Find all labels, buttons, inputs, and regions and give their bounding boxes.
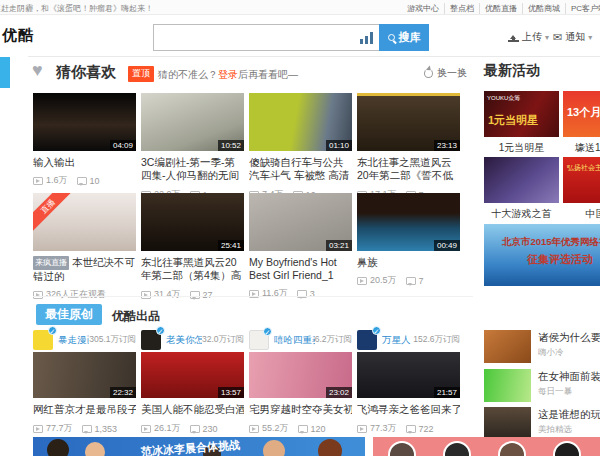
video-thumbnail[interactable]: 25:41: [141, 193, 244, 251]
video-title[interactable]: 东北往事黑道风云20年第二部（第4集）高清_高清: [141, 256, 244, 283]
banner-art-text: 1元当明星: [488, 113, 538, 128]
tab-best-original[interactable]: 最佳原创: [36, 304, 102, 325]
top-link-mall[interactable]: 优酷商城: [523, 3, 566, 14]
subscriber-count: 152.6万订阅: [413, 334, 460, 346]
channel-name[interactable]: 老美你怎...: [166, 334, 202, 347]
video-thumbnail[interactable]: 23:13: [357, 93, 460, 151]
play-count-icon: [249, 425, 259, 433]
channel-name[interactable]: 嘻哈四重奏: [274, 334, 315, 347]
promo-text[interactable]: 笑赶走阴霾，和《滚蛋吧！肿瘤君》嗨起来！: [0, 3, 153, 14]
comment-count: 10: [90, 176, 100, 186]
video-title[interactable]: 3C编剧社-第一季-第四集-人仰马翻的无间道事件: [141, 156, 244, 183]
channel-card: 万星人 152.6万订阅 21:57 飞鸿寻亲之爸爸回来了 77.3万 722: [357, 330, 460, 435]
heart-icon: ♥: [32, 60, 43, 81]
video-title[interactable]: 输入输出: [33, 156, 136, 169]
refresh-icon: [424, 69, 433, 78]
video-title[interactable]: 诸侯为什么要争霸: [538, 331, 600, 345]
beijing-2015-banner[interactable]: 北京市2015年优秀网络视听 征集评选活动: [484, 224, 600, 286]
top-link-pc-client[interactable]: PC客户端: [566, 3, 600, 14]
channel-name[interactable]: 暴走漫画: [58, 334, 89, 347]
subscriber-count: 305.1万订阅: [89, 334, 136, 346]
video-title[interactable]: 在女神面前装X的下场: [538, 370, 600, 384]
video-meta: 326人正在观看: [33, 288, 136, 301]
top-link-live[interactable]: 优酷直播: [480, 3, 523, 14]
video-title[interactable]: 飞鸿寻亲之爸爸回来了: [357, 403, 460, 417]
video-thumbnail[interactable]: 01:10: [249, 93, 352, 151]
video-card: 10:52 3C编剧社-第一季-第四集-人仰马翻的无间道事件 22.0万 1: [141, 93, 244, 201]
comment-count: 27: [203, 290, 213, 300]
refresh-button[interactable]: 换一换: [424, 66, 467, 80]
banner-text: 范冰冰李晨合体挑战: [141, 438, 241, 456]
left-nav-fragment[interactable]: [0, 57, 10, 88]
comment-icon: [77, 177, 87, 185]
video-thumbnail[interactable]: 21:57: [357, 352, 460, 398]
banner-caption[interactable]: 壕送13个月: [563, 141, 600, 155]
comment-count: 3: [310, 289, 315, 299]
activity-banner[interactable]: YOUKU众筹 1元当明星: [484, 91, 559, 137]
promo-banner-pink[interactable]: [373, 437, 600, 456]
video-thumbnail[interactable]: [484, 369, 531, 402]
comment-count: 722: [419, 424, 434, 434]
video-title[interactable]: 宅男穿越时空夺美女初吻: [249, 403, 352, 417]
duration-badge: 00:49: [434, 240, 460, 251]
video-title[interactable]: 这是谁想的玩法: [538, 408, 600, 422]
youku-logo[interactable]: 优酷: [2, 26, 34, 45]
video-thumbnail[interactable]: [484, 407, 531, 440]
video-thumbnail[interactable]: 04:09: [33, 93, 136, 151]
channel-avatar[interactable]: [249, 330, 269, 350]
youku-crowdfund-logo: YOUKU众筹: [487, 94, 520, 103]
channel-name[interactable]: 万星人: [382, 334, 411, 347]
video-thumbnail[interactable]: 10:52: [141, 93, 244, 151]
video-title[interactable]: 东北往事之黑道风云20年第二部《誓不低头》第一季第一集: [357, 156, 460, 183]
avatar: [498, 441, 526, 456]
video-thumbnail[interactable]: 00:49: [357, 193, 460, 251]
channel-avatar[interactable]: [33, 330, 53, 350]
duration-badge: 21:57: [434, 387, 460, 398]
top-link-game-center[interactable]: 游戏中心: [402, 3, 445, 14]
activity-banner[interactable]: 弘扬社会主义: [563, 157, 600, 203]
trending-chart-icon[interactable]: [360, 32, 373, 44]
comment-icon: [82, 425, 92, 433]
notification-menu[interactable]: ✉ 通知 ▾: [553, 30, 592, 44]
pin-top-badge[interactable]: 置顶: [128, 66, 154, 82]
video-title[interactable]: 来疯直播本世纪决不可错过的: [33, 256, 136, 283]
list-item[interactable]: 在女神面前装X的下场 每日一暴: [484, 369, 600, 404]
tab-youku-production[interactable]: 优酷出品: [112, 308, 160, 325]
top-link-hourly[interactable]: 整点档: [445, 3, 480, 14]
play-count-icon: [33, 177, 43, 185]
promo-banner-fanbingbing[interactable]: 范冰冰李晨合体挑战: [33, 437, 365, 456]
channel-avatar[interactable]: [141, 330, 161, 350]
banner-caption[interactable]: 十大游戏之首: [484, 207, 559, 221]
view-count: 11.6万: [262, 287, 288, 300]
comment-icon: [298, 425, 308, 433]
activity-banner[interactable]: 13个月: [563, 91, 600, 137]
upload-icon: [508, 32, 519, 42]
video-card: 01:10 傻缺骑自行车与公共汽车斗气 车被憋 高清(360P) 7.4万 16: [249, 93, 352, 201]
upload-menu[interactable]: 上传 ▾: [508, 30, 549, 44]
banner-caption[interactable]: 1元当明星: [484, 141, 559, 155]
channel-avatar[interactable]: [357, 330, 377, 350]
video-thumbnail[interactable]: [484, 330, 531, 363]
video-thumbnail[interactable]: 23:02: [249, 352, 352, 398]
search-button[interactable]: 搜库: [379, 24, 429, 51]
video-thumbnail[interactable]: 22:32: [33, 352, 136, 398]
video-thumbnail[interactable]: 13:57: [141, 352, 244, 398]
duration-badge: 04:09: [110, 140, 136, 151]
list-item[interactable]: 诸侯为什么要争霸 嗨小冷: [484, 330, 600, 365]
duration-badge: 13:57: [218, 387, 244, 398]
avatar: [388, 441, 416, 456]
video-title[interactable]: 网红普京才是最吊段子手: [33, 403, 136, 417]
comment-icon: [190, 291, 200, 299]
video-title[interactable]: My Boyfriend's Hot Best Girl Friend_1: [249, 256, 352, 282]
video-thumbnail[interactable]: 03:21: [249, 193, 352, 251]
video-title[interactable]: 傻缺骑自行车与公共汽车斗气 车被憋 高清(360P): [249, 156, 352, 183]
video-title[interactable]: 美国人能不能忍受白酒?: [141, 403, 244, 417]
video-title[interactable]: 鼻族: [357, 256, 460, 269]
comment-count: 7: [419, 276, 424, 286]
video-thumbnail[interactable]: 直播: [33, 193, 136, 251]
search-input[interactable]: [153, 24, 379, 51]
play-count-icon: [33, 291, 43, 299]
activity-banner[interactable]: [484, 157, 559, 203]
banner-caption[interactable]: 中国梦: [563, 207, 600, 221]
login-link[interactable]: 登录: [218, 69, 238, 80]
